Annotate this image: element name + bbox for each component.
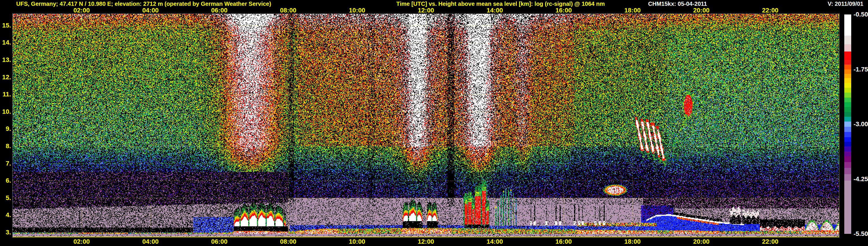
- colorbar-step: [844, 147, 851, 151]
- height-tick-label: 10.: [0, 108, 11, 116]
- colorbar-step: [844, 174, 851, 181]
- colorbar: [844, 14, 851, 234]
- colorbar-step: [844, 36, 851, 44]
- colorbar-step: [844, 69, 851, 74]
- colorbar-step: [844, 14, 851, 36]
- plot-title: Time [UTC] vs. Height above mean sea lev…: [396, 1, 605, 7]
- time-tick-label: 04:00: [142, 7, 159, 14]
- height-tick-label: 12.: [0, 73, 11, 81]
- colorbar-tick-label: -1.75: [854, 66, 868, 73]
- colorbar-step: [844, 74, 851, 78]
- colorbar-step: [844, 52, 851, 60]
- colorbar-step: [844, 162, 851, 168]
- height-tick-label: 5.: [0, 194, 11, 202]
- colorbar-step: [844, 65, 851, 69]
- time-tick-label: 02:00: [73, 238, 90, 245]
- height-tick-label: 8.: [0, 143, 11, 150]
- colorbar-step: [844, 122, 851, 127]
- colorbar-step: [844, 93, 851, 97]
- height-tick-label: 11.: [0, 91, 11, 98]
- time-tick-label: 14:00: [487, 7, 503, 14]
- colorbar-tick-label: -5.50: [854, 230, 868, 238]
- colorbar-step: [844, 132, 851, 137]
- ceilometer-heatmap-canvas: [13, 14, 839, 237]
- time-tick-label: 18:00: [624, 238, 641, 245]
- time-tick-label: 02:00: [73, 7, 90, 14]
- colorbar-step: [844, 168, 851, 174]
- colorbar-step: [844, 112, 851, 117]
- time-tick-label: 06:00: [211, 238, 227, 245]
- colorbar-step: [844, 137, 851, 142]
- height-tick-label: 14.: [0, 39, 11, 46]
- time-tick-label: 06:00: [211, 7, 227, 14]
- ceilometer-quicklook: UFS, Germany; 47.417 N / 10.980 E; eleva…: [0, 0, 868, 246]
- time-tick-label: 18:00: [624, 7, 641, 14]
- time-tick-label: 16:00: [556, 238, 572, 245]
- time-tick-label: 10:00: [349, 7, 365, 14]
- colorbar-tick-label: -3.00: [854, 120, 868, 128]
- colorbar-step: [844, 127, 851, 132]
- colorbar-step: [844, 88, 851, 93]
- height-tick-label: 3.: [0, 228, 11, 236]
- time-tick-label: 14:00: [487, 238, 503, 245]
- plot-area: [12, 13, 839, 237]
- colorbar-step: [844, 102, 851, 107]
- time-tick-label: 20:00: [693, 238, 709, 245]
- time-tick-label: 22:00: [762, 238, 778, 245]
- colorbar-step: [844, 151, 851, 156]
- time-tick-label: 12:00: [418, 238, 434, 245]
- height-tick-label: 7.: [0, 160, 11, 167]
- colorbar-step: [844, 142, 851, 147]
- colorbar-step: [844, 60, 851, 65]
- height-tick-label: 13.: [0, 56, 11, 64]
- time-tick-label: 08:00: [280, 238, 296, 245]
- height-tick-label: 15.: [0, 22, 11, 29]
- colorbar-tick-label: -0.50: [854, 11, 868, 18]
- height-tick-label: 6.: [0, 177, 11, 184]
- time-tick-label: 04:00: [142, 238, 159, 245]
- colorbar-step: [844, 117, 851, 122]
- colorbar-step: [844, 83, 851, 88]
- version-label: V: 2011/09/01: [828, 1, 863, 7]
- colorbar-step: [844, 107, 851, 112]
- time-tick-label: 16:00: [556, 7, 572, 14]
- height-tick-label: 9.: [0, 125, 11, 132]
- colorbar-step: [844, 44, 851, 52]
- station-info: UFS, Germany; 47.417 N / 10.980 E; eleva…: [16, 1, 271, 7]
- colorbar-step: [844, 78, 851, 83]
- time-tick-label: 12:00: [418, 7, 434, 14]
- instrument-date: CHM15kx: 05-04-2011: [648, 1, 707, 7]
- time-tick-label: 20:00: [693, 7, 709, 14]
- time-tick-label: 10:00: [349, 238, 365, 245]
- colorbar-step: [844, 181, 851, 234]
- time-tick-label: 08:00: [280, 7, 296, 14]
- colorbar-step: [844, 97, 851, 102]
- height-tick-label: 4.: [0, 211, 11, 219]
- colorbar-step: [844, 156, 851, 162]
- colorbar-tick-label: -4.25: [854, 175, 868, 183]
- time-tick-label: 22:00: [762, 7, 778, 14]
